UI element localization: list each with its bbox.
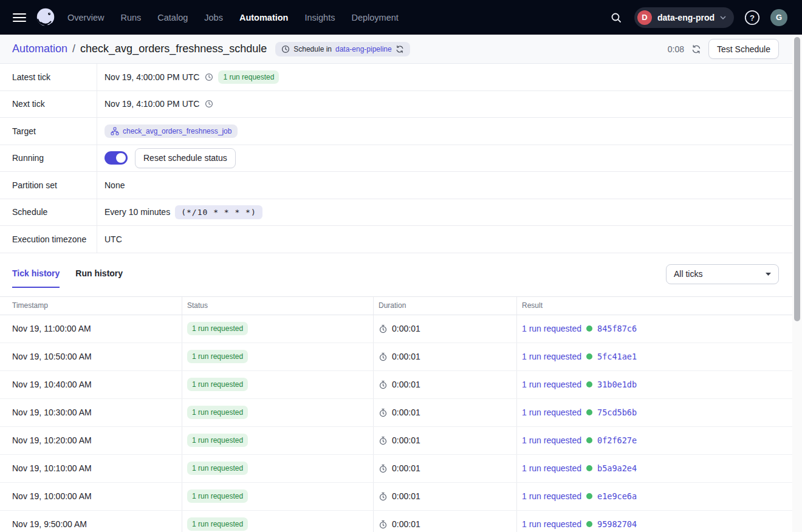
run-id-link[interactable]: 95982704 <box>597 519 637 529</box>
latest-tick-timestamp: Nov 19, 4:00:00 PM UTC <box>105 72 199 82</box>
topnav-item-jobs[interactable]: Jobs <box>204 13 223 22</box>
run-status-dot <box>586 437 592 443</box>
schedule-location-badge: Schedule in data-eng-pipeline <box>275 42 410 56</box>
primary-nav: OverviewRunsCatalogJobsAutomationInsight… <box>67 13 399 22</box>
scrollbar-thumb[interactable] <box>794 37 800 321</box>
job-graph-icon <box>111 127 119 135</box>
running-toggle[interactable] <box>105 151 128 165</box>
help-icon[interactable]: ? <box>742 8 762 27</box>
test-schedule-button[interactable]: Test Schedule <box>708 39 779 59</box>
cron-expression: (*/10 * * * *) <box>175 205 262 219</box>
breadcrumb-automation-link[interactable]: Automation <box>12 43 67 55</box>
tab-tick-history[interactable]: Tick history <box>12 268 60 288</box>
run-id-link[interactable]: 0f2f627e <box>597 435 637 445</box>
scrollbar-track[interactable] <box>792 35 802 532</box>
tick-result-link[interactable]: 1 run requested <box>522 463 581 473</box>
tick-duration: 0:00:01 <box>392 491 420 501</box>
stopwatch-icon <box>379 352 388 361</box>
tick-result-link[interactable]: 1 run requested <box>522 408 581 417</box>
search-icon[interactable] <box>606 8 626 27</box>
workspace-avatar: D <box>637 10 652 25</box>
tick-duration: 0:00:01 <box>392 380 420 389</box>
target-job-pill[interactable]: check_avg_orders_freshness_job <box>105 124 238 138</box>
schedule-properties: Latest tick Nov 19, 4:00:00 PM UTC 1 run… <box>0 64 792 253</box>
stopwatch-icon <box>379 324 388 333</box>
tick-table-header: Timestamp Status Duration Result <box>0 297 792 315</box>
user-avatar[interactable]: G <box>770 9 787 26</box>
topnav-item-catalog[interactable]: Catalog <box>157 13 188 22</box>
target-label: Target <box>0 118 97 145</box>
tick-status-badge: 1 run requested <box>187 517 248 531</box>
run-id-link[interactable]: 75cd5b6b <box>597 408 637 417</box>
reset-schedule-status-button[interactable]: Reset schedule status <box>135 148 236 168</box>
tick-duration: 0:00:01 <box>392 463 420 473</box>
run-id-link[interactable]: 31b0e1db <box>597 380 637 389</box>
tick-table-row: Nov 19, 10:10:00 AM 1 run requested 0:00… <box>0 455 792 483</box>
toggle-knob <box>116 153 126 163</box>
tick-timestamp: Nov 19, 10:40:00 AM <box>0 371 182 398</box>
tick-timestamp: Nov 19, 10:10:00 AM <box>0 455 182 482</box>
page-header: Automation / check_avg_orders_freshness_… <box>0 35 792 64</box>
topnav-item-insights[interactable]: Insights <box>304 13 335 22</box>
tick-result-link[interactable]: 1 run requested <box>522 435 581 445</box>
tick-table-row: Nov 19, 10:30:00 AM 1 run requested 0:00… <box>0 399 792 427</box>
stopwatch-icon <box>379 436 388 445</box>
topnav-item-deployment[interactable]: Deployment <box>351 13 398 22</box>
pipeline-link[interactable]: data-eng-pipeline <box>335 45 392 53</box>
topnav-item-automation[interactable]: Automation <box>239 13 289 22</box>
target-row: Target check_avg_orders_freshness_job <box>0 118 792 145</box>
page-content: Automation / check_avg_orders_freshness_… <box>0 35 792 532</box>
clock-icon <box>281 45 290 53</box>
tick-filter-select[interactable]: All ticks <box>666 264 779 284</box>
latest-tick-row: Latest tick Nov 19, 4:00:00 PM UTC 1 run… <box>0 64 792 91</box>
stopwatch-icon <box>379 408 388 417</box>
tick-status-badge: 1 run requested <box>187 462 248 475</box>
tick-timestamp: Nov 19, 10:50:00 AM <box>0 343 182 370</box>
tick-table-row: Nov 19, 10:00:00 AM 1 run requested 0:00… <box>0 483 792 511</box>
target-job-link[interactable]: check_avg_orders_freshness_job <box>123 127 231 135</box>
history-tabs: Tick history Run history <box>12 264 123 288</box>
tick-table-row: Nov 19, 10:40:00 AM 1 run requested 0:00… <box>0 371 792 399</box>
run-id-link[interactable]: 5fc41ae1 <box>597 352 637 361</box>
tick-status-badge: 1 run requested <box>187 350 248 363</box>
tick-result-link[interactable]: 1 run requested <box>522 491 581 501</box>
tick-table-row: Nov 19, 9:50:00 AM 1 run requested 0:00:… <box>0 511 792 532</box>
sync-icon[interactable] <box>396 45 404 53</box>
tick-table-row: Nov 19, 10:20:00 AM 1 run requested 0:00… <box>0 427 792 455</box>
timezone-row: Execution timezone UTC <box>0 226 792 253</box>
run-id-link[interactable]: 845f87c6 <box>597 324 637 333</box>
tick-timestamp: Nov 19, 11:00:00 AM <box>0 315 182 343</box>
tick-result-link[interactable]: 1 run requested <box>522 324 581 333</box>
run-id-link[interactable]: b5a9a2e4 <box>597 463 637 473</box>
tick-result-link[interactable]: 1 run requested <box>522 380 581 389</box>
tick-status-badge: 1 run requested <box>187 378 248 391</box>
partition-set-value: None <box>105 180 125 190</box>
workspace-switcher[interactable]: D data-eng-prod <box>634 7 734 28</box>
stopwatch-icon <box>379 520 388 529</box>
stopwatch-icon <box>379 464 388 473</box>
running-label: Running <box>0 145 97 172</box>
topnav-right: D data-eng-prod ? G <box>606 7 787 28</box>
refresh-icon[interactable] <box>691 44 701 54</box>
next-tick-row: Next tick Nov 19, 4:10:00 PM UTC <box>0 91 792 118</box>
header-actions: 0:08 Test Schedule <box>668 39 779 59</box>
top-nav: OverviewRunsCatalogJobsAutomationInsight… <box>0 0 802 35</box>
partition-set-row: Partition set None <box>0 172 792 199</box>
tick-result-link[interactable]: 1 run requested <box>522 352 581 361</box>
tab-run-history[interactable]: Run history <box>75 268 123 288</box>
tick-timestamp: Nov 19, 10:30:00 AM <box>0 399 182 426</box>
dagster-logo-icon[interactable] <box>34 6 57 29</box>
stopwatch-icon <box>379 492 388 501</box>
column-header-duration: Duration <box>373 297 516 315</box>
run-id-link[interactable]: e1e9ce6a <box>597 491 637 501</box>
chevron-down-icon <box>720 16 726 19</box>
tick-status-badge: 1 run requested <box>187 322 248 335</box>
topnav-item-runs[interactable]: Runs <box>120 13 141 22</box>
tick-status-badge: 1 run requested <box>187 489 248 503</box>
column-header-result: Result <box>516 297 792 315</box>
hamburger-menu-icon[interactable] <box>10 8 29 27</box>
timezone-label: Execution timezone <box>0 226 97 253</box>
tick-result-link[interactable]: 1 run requested <box>522 519 581 529</box>
tick-duration: 0:00:01 <box>392 519 420 529</box>
topnav-item-overview[interactable]: Overview <box>67 13 104 22</box>
